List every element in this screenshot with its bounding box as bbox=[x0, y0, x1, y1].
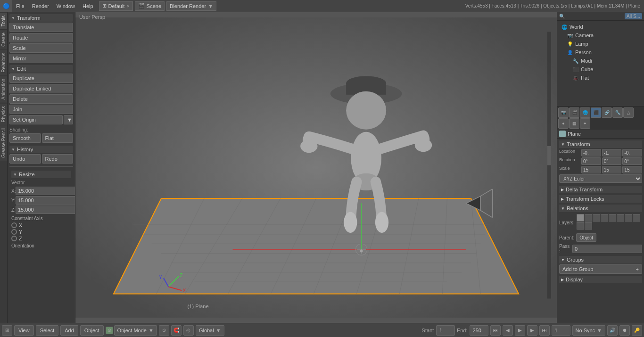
prop-tab-scene[interactable]: 🎬 bbox=[569, 107, 579, 118]
axis-y-dot[interactable] bbox=[11, 229, 17, 235]
tree-item-world[interactable]: 🌐 World bbox=[559, 23, 642, 31]
pass-input[interactable] bbox=[572, 245, 642, 253]
object-btn[interactable]: Object bbox=[80, 325, 104, 336]
render-engine-dropdown[interactable]: ▼ bbox=[208, 3, 213, 9]
layer-1[interactable] bbox=[577, 214, 584, 222]
start-frame[interactable]: 1 bbox=[436, 325, 455, 336]
prop-tab-material[interactable]: ● bbox=[558, 118, 569, 129]
prev-frame-btn[interactable]: ◀ bbox=[503, 325, 513, 336]
left-tab-grease-pencil[interactable]: Grease Pencil bbox=[0, 125, 7, 161]
scale-z-input[interactable] bbox=[622, 166, 642, 173]
add-to-group-btn[interactable]: Add to Group + bbox=[559, 264, 642, 274]
rot-z-input[interactable] bbox=[622, 157, 642, 165]
parent-btn[interactable]: Object bbox=[576, 233, 596, 242]
scale-btn[interactable]: Scale bbox=[9, 43, 73, 53]
object-mode-dropdown[interactable]: ▼ bbox=[149, 328, 154, 333]
set-origin-btn[interactable]: Set Origin bbox=[9, 115, 63, 124]
menu-help[interactable]: Help bbox=[79, 0, 97, 12]
loc-y-input[interactable] bbox=[602, 149, 622, 156]
transform-header[interactable]: Transform bbox=[9, 14, 73, 22]
outliner-all-label[interactable]: All S... bbox=[625, 13, 642, 19]
screen-layout-x[interactable]: × bbox=[126, 3, 129, 9]
axis-z-dot[interactable] bbox=[11, 236, 17, 241]
prop-tab-texture[interactable]: ▦ bbox=[569, 118, 579, 129]
layer-5[interactable] bbox=[609, 214, 616, 222]
add-btn[interactable]: Add bbox=[60, 325, 78, 336]
duplicate-btn[interactable]: Duplicate bbox=[9, 74, 73, 83]
left-tab-relations[interactable]: Relations bbox=[0, 49, 7, 75]
tree-item-modi[interactable]: 🔧 Modi bbox=[570, 57, 642, 65]
tree-item-camera[interactable]: 📷 Camera bbox=[565, 31, 642, 40]
join-btn[interactable]: Join bbox=[9, 105, 73, 114]
transform-props-header[interactable]: Transform bbox=[559, 140, 642, 148]
object-mode-icon[interactable]: ⊙ bbox=[106, 327, 113, 334]
rot-y-input[interactable] bbox=[602, 157, 622, 165]
tree-item-cube[interactable]: ⬛ Cube bbox=[570, 65, 642, 74]
global-select[interactable]: Global ▼ bbox=[196, 325, 224, 336]
flat-btn[interactable]: Flat bbox=[42, 133, 74, 143]
record-icon[interactable]: ⏺ bbox=[619, 325, 630, 336]
prop-tab-particles[interactable]: ✦ bbox=[580, 118, 590, 129]
rotate-btn[interactable]: Rotate bbox=[9, 33, 73, 42]
pivot-point-icon[interactable]: ⊙ bbox=[159, 325, 169, 336]
layer-9[interactable] bbox=[577, 222, 584, 230]
prop-tab-constraints[interactable]: 🔗 bbox=[602, 107, 612, 118]
prop-tab-render[interactable]: 📷 bbox=[558, 107, 569, 118]
menu-file[interactable]: File bbox=[12, 0, 28, 12]
loc-x-input[interactable] bbox=[581, 149, 601, 156]
resize-header[interactable]: Resize bbox=[11, 171, 71, 178]
menu-render[interactable]: Render bbox=[28, 0, 53, 12]
history-header[interactable]: History bbox=[9, 146, 73, 153]
prop-tab-data[interactable]: △ bbox=[623, 107, 634, 118]
duplicate-linked-btn[interactable]: Duplicate Linked bbox=[9, 84, 73, 93]
rot-x-input[interactable] bbox=[581, 157, 601, 165]
mirror-btn[interactable]: Mirror bbox=[9, 54, 73, 63]
prop-tab-world[interactable]: 🌐 bbox=[580, 107, 590, 118]
layer-7[interactable] bbox=[625, 214, 632, 222]
tree-item-lamp[interactable]: 💡 Lamp bbox=[565, 40, 642, 48]
render-engine-box[interactable]: Blender Render ▼ bbox=[166, 1, 216, 11]
scene-box[interactable]: 🎬 Scene bbox=[135, 1, 165, 11]
rotation-mode-select[interactable]: XYZ Euler bbox=[559, 174, 642, 183]
jump-end-btn[interactable]: ⏭ bbox=[539, 325, 550, 336]
left-tab-tools[interactable]: Tools bbox=[0, 12, 7, 29]
prop-tab-object[interactable]: ⬛ bbox=[591, 107, 601, 118]
edit-header[interactable]: Edit bbox=[9, 65, 73, 73]
relations-header[interactable]: Relations bbox=[559, 205, 642, 212]
jump-start-btn[interactable]: ⏮ bbox=[490, 325, 501, 336]
redo-btn[interactable]: Redo bbox=[42, 154, 74, 164]
undo-btn[interactable]: Undo bbox=[9, 154, 41, 164]
no-sync-dropdown[interactable]: ▼ bbox=[597, 328, 602, 333]
tree-item-person[interactable]: 👤 Person bbox=[565, 48, 642, 57]
left-tab-animation[interactable]: Animation bbox=[0, 75, 7, 102]
display-header[interactable]: Display bbox=[559, 276, 642, 283]
layer-3[interactable] bbox=[593, 214, 600, 222]
delete-btn[interactable]: Delete bbox=[9, 94, 73, 104]
snap-icon[interactable]: 🧲 bbox=[171, 325, 182, 336]
audio-icon[interactable]: 🔊 bbox=[607, 325, 618, 336]
groups-header[interactable]: Groups bbox=[559, 256, 642, 263]
scale-x-input[interactable] bbox=[581, 166, 601, 173]
y-input[interactable] bbox=[16, 196, 75, 205]
z-input[interactable] bbox=[16, 205, 75, 214]
layer-10[interactable] bbox=[585, 222, 592, 230]
current-frame[interactable]: 1 bbox=[552, 325, 570, 336]
left-tab-create[interactable]: Create bbox=[0, 29, 7, 49]
left-tab-physics[interactable]: Physics bbox=[0, 103, 7, 125]
global-dropdown[interactable]: ▼ bbox=[216, 328, 221, 333]
layer-8[interactable] bbox=[633, 214, 640, 222]
set-origin-dropdown[interactable]: ▼ bbox=[64, 115, 73, 124]
translate-btn[interactable]: Translate bbox=[9, 23, 73, 32]
end-frame[interactable]: 250 bbox=[470, 325, 488, 336]
view-btn[interactable]: View bbox=[14, 325, 34, 336]
axis-x-dot[interactable] bbox=[11, 222, 17, 228]
delta-transform-header[interactable]: Delta Transform bbox=[559, 186, 642, 193]
layer-4[interactable] bbox=[601, 214, 608, 222]
x-input[interactable] bbox=[16, 187, 75, 195]
tree-item-hat[interactable]: 🎩 Hat bbox=[570, 74, 642, 82]
play-btn[interactable]: ▶ bbox=[515, 325, 525, 336]
screen-layout-box[interactable]: ⊞ Default × bbox=[99, 1, 133, 11]
viewport[interactable]: User Persp bbox=[75, 12, 557, 323]
prop-tab-modifier[interactable]: 🔧 bbox=[612, 107, 623, 118]
layer-6[interactable] bbox=[617, 214, 624, 222]
